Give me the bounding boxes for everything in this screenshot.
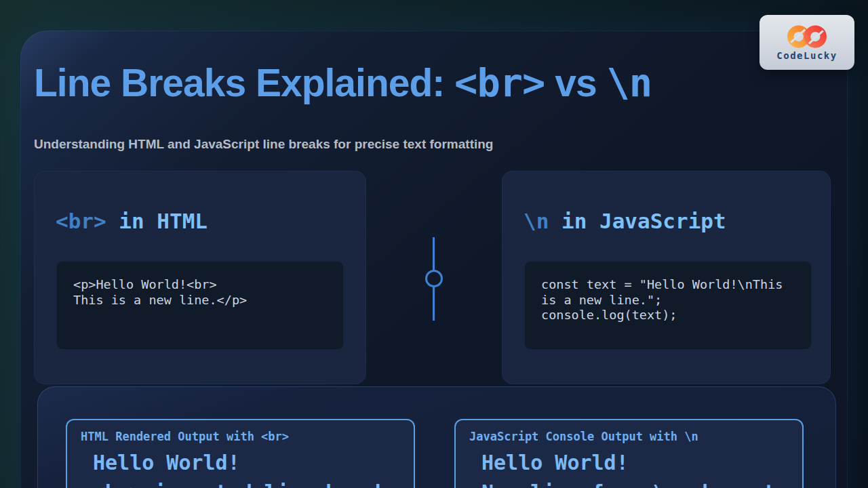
title-text-part2: vs xyxy=(545,61,606,104)
title-code-br: <br> xyxy=(454,60,545,105)
page-title: Line Breaks Explained: <br> vs \n xyxy=(34,60,652,105)
code-block-javascript: const text = "Hello World!\nThis is a ne… xyxy=(524,261,812,350)
output-line: Hello World! xyxy=(481,448,802,478)
card-title-rest: in HTML xyxy=(119,209,208,233)
divider-circle-icon xyxy=(425,270,443,287)
card-title-br-in-html: <br> in HTML xyxy=(56,209,208,233)
brand-name: CodeLucky xyxy=(776,50,837,61)
output-box-html-rendered: HTML Rendered Output with <br> Hello Wor… xyxy=(66,419,415,488)
page-subtitle: Understanding HTML and JavaScript line b… xyxy=(34,137,493,152)
card-br-in-html: <br> in HTML <p>Hello World!<br> This is… xyxy=(34,171,366,384)
output-label-html: HTML Rendered Output with <br> xyxy=(81,430,414,443)
output-line: Hello World! xyxy=(93,448,414,478)
title-code-newline: \n xyxy=(606,60,652,105)
divider-line-bottom xyxy=(433,287,435,321)
card-title-keyword: <br> xyxy=(56,209,106,233)
results-panel: HTML Rendered Output with <br> Hello Wor… xyxy=(37,386,836,488)
output-box-js-console: JavaScript Console Output with \n Hello … xyxy=(454,419,804,488)
code-text-html: <p>Hello World!<br> This is a new line.<… xyxy=(56,261,344,324)
card-newline-in-javascript: \n in JavaScript const text = "Hello Wor… xyxy=(502,171,831,384)
page-background: { "brand": { "name": "CodeLucky" }, "hea… xyxy=(0,0,868,488)
output-line: <br> inserted line break xyxy=(93,478,414,488)
output-label-js: JavaScript Console Output with \n xyxy=(469,430,802,443)
code-text-javascript: const text = "Hello World!\nThis is a ne… xyxy=(524,261,812,340)
title-text-part1: Line Breaks Explained: xyxy=(34,61,454,104)
card-title-keyword: \n xyxy=(524,209,549,233)
card-title-newline-in-javascript: \n in JavaScript xyxy=(524,209,726,233)
code-block-html: <p>Hello World!<br> This is a new line.<… xyxy=(56,261,344,350)
card-title-rest: in JavaScript xyxy=(561,209,726,233)
output-line: New line from \n character. xyxy=(481,478,802,488)
logo-badge: CodeLucky xyxy=(760,15,854,70)
divider-line-top xyxy=(433,237,435,270)
infinity-logo-icon xyxy=(783,24,831,49)
slide-container: Line Breaks Explained: <br> vs \n Unders… xyxy=(20,30,848,488)
